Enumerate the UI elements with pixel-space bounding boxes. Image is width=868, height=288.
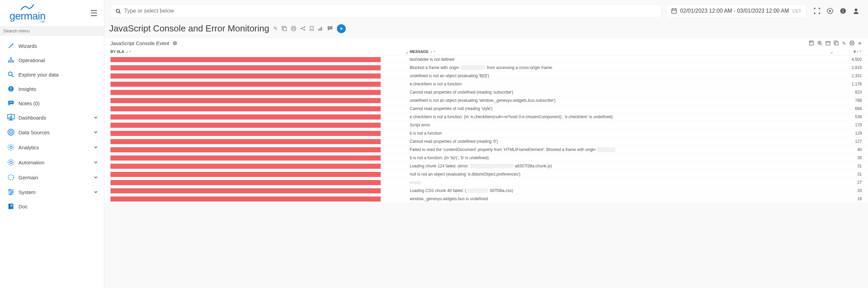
sidebar-item-label: Dashboards bbox=[18, 115, 46, 121]
column-resize-handle[interactable]: ◢ bbox=[830, 51, 832, 54]
sidebar-item-explore-your-data[interactable]: Explore your data bbox=[0, 67, 104, 82]
panel-print-icon[interactable] bbox=[850, 41, 854, 46]
sla-cell bbox=[110, 138, 410, 144]
brand-sub: UX bbox=[40, 20, 45, 23]
chevron-down-icon bbox=[94, 160, 98, 164]
sidebar-item-automation[interactable]: Automation bbox=[0, 155, 104, 170]
svg-point-2 bbox=[8, 61, 10, 63]
table-row[interactable]: e.checkItem is not a function. (In 'e.ch… bbox=[104, 113, 868, 121]
table-row[interactable]: Loading chunk 124 failed. (error: a6307f… bbox=[104, 162, 868, 170]
table-row[interactable]: Cannot read properties of undefined (rea… bbox=[104, 137, 868, 146]
count-cell: 170 bbox=[834, 123, 862, 127]
column-resize-handle[interactable]: ◢ bbox=[405, 51, 408, 54]
svg-point-44 bbox=[12, 191, 13, 193]
sidebar-search[interactable] bbox=[0, 26, 104, 36]
bars-icon[interactable] bbox=[318, 26, 323, 31]
table-row[interactable]: Failed to read the 'contentDocument' pro… bbox=[104, 146, 868, 154]
redacted-text bbox=[460, 65, 485, 70]
redacted-text bbox=[470, 164, 514, 168]
comment-icon[interactable] bbox=[327, 26, 333, 31]
sidebar-item-analytics[interactable]: Analytics bbox=[0, 140, 104, 155]
table-row[interactable]: empty27 bbox=[104, 178, 868, 187]
svg-rect-87 bbox=[826, 41, 830, 45]
sla-cell bbox=[110, 179, 410, 185]
sidebar-item-germain[interactable]: Germain bbox=[0, 170, 104, 185]
bookmark-icon[interactable] bbox=[310, 26, 314, 31]
svg-rect-13 bbox=[8, 114, 14, 119]
table-row[interactable]: Loading CSS chunk 40 failed. ( 307f38a.c… bbox=[104, 187, 868, 195]
edit-icon[interactable]: ✎ bbox=[273, 25, 278, 32]
zoom-icon[interactable] bbox=[817, 41, 822, 46]
fullscreen-icon[interactable] bbox=[814, 8, 820, 14]
table-row[interactable]: e.checkItem is not a function1,176 bbox=[104, 80, 868, 88]
svg-line-39 bbox=[9, 164, 9, 165]
sidebar-toggle-icon[interactable]: ☰ bbox=[90, 9, 98, 18]
sla-cell bbox=[110, 171, 410, 177]
svg-rect-53 bbox=[672, 9, 676, 13]
svg-point-78 bbox=[331, 28, 331, 28]
share-icon[interactable] bbox=[300, 26, 305, 31]
col-sla-label[interactable]: BY SLA bbox=[110, 50, 124, 54]
svg-rect-8 bbox=[11, 87, 11, 90]
copy-icon[interactable] bbox=[282, 26, 287, 31]
table-row[interactable]: window._genesys.widgets.bus is undefined… bbox=[104, 195, 868, 203]
sidebar-item-data-sources[interactable]: Data Sources bbox=[0, 125, 104, 140]
panel-close-icon[interactable]: ✕ bbox=[858, 41, 862, 46]
table-row[interactable]: null is not an object (evaluating 'e.did… bbox=[104, 170, 868, 178]
magic-wand-icon bbox=[6, 42, 16, 49]
sort-icon[interactable]: ▲▼ bbox=[856, 50, 862, 54]
table-row[interactable]: Cannot read properties of undefined (rea… bbox=[104, 88, 868, 96]
sort-icon[interactable]: ▲▼ bbox=[126, 50, 132, 53]
svg-rect-16 bbox=[9, 117, 10, 118]
sidebar-item-dashboards[interactable]: Dashboards bbox=[0, 110, 104, 125]
table-row[interactable]: Blocked a frame with origin from accessi… bbox=[104, 64, 868, 72]
col-message-label[interactable]: MESSAGE bbox=[410, 50, 429, 54]
table-row[interactable]: undefined is not an object (evaluating '… bbox=[104, 72, 868, 80]
table-row[interactable]: b is not a function129 bbox=[104, 129, 868, 137]
sla-bar bbox=[110, 114, 381, 120]
sla-bar bbox=[110, 73, 381, 79]
sort-icon[interactable]: ▲▼ bbox=[430, 50, 436, 53]
sidebar-item-insights[interactable]: Insights bbox=[0, 82, 104, 96]
table-row[interactable]: b is not a function. (In 'b(r)', 'b' is … bbox=[104, 154, 868, 162]
sidebar-item-label: Wizards bbox=[18, 43, 37, 49]
redacted-text bbox=[468, 188, 488, 193]
count-cell: 129 bbox=[834, 131, 862, 136]
add-button[interactable]: + bbox=[337, 24, 346, 33]
panel-copy-icon[interactable] bbox=[834, 41, 839, 46]
play-icon[interactable] bbox=[827, 8, 833, 14]
sla-bar bbox=[110, 196, 381, 202]
date-range-picker[interactable]: 02/01/2023 12:00 AM - 03/01/2023 12:00 A… bbox=[666, 4, 806, 18]
global-search[interactable] bbox=[110, 4, 661, 18]
save-icon[interactable] bbox=[809, 41, 814, 46]
svg-point-42 bbox=[9, 189, 11, 191]
sidebar-item-operational[interactable]: Operational bbox=[0, 53, 104, 67]
print-icon[interactable] bbox=[291, 26, 296, 31]
message-cell: testValider is not defined bbox=[410, 57, 834, 62]
table-row[interactable]: Script error.170 bbox=[104, 121, 868, 129]
svg-line-71 bbox=[302, 27, 304, 28]
sla-bar bbox=[110, 90, 381, 95]
sla-cell bbox=[110, 89, 410, 95]
message-cell: window._genesys.widgets.bus is undefined bbox=[410, 196, 834, 201]
sidebar-item-system[interactable]: System bbox=[0, 185, 104, 199]
sidebar-item-doc[interactable]: Doc bbox=[0, 199, 104, 214]
panel-edit-icon[interactable]: ✎ bbox=[842, 41, 846, 46]
table-row[interactable]: Cannot read properties of null (reading … bbox=[104, 105, 868, 113]
info-icon[interactable] bbox=[840, 8, 846, 14]
panel-info-icon[interactable] bbox=[173, 41, 177, 45]
svg-rect-74 bbox=[320, 28, 321, 31]
chevron-down-icon bbox=[94, 130, 98, 134]
svg-line-0 bbox=[9, 44, 12, 48]
user-icon[interactable] bbox=[853, 8, 859, 14]
sidebar-item-notes-0-[interactable]: Notes (0) bbox=[0, 96, 104, 110]
svg-rect-14 bbox=[10, 119, 12, 120]
sidebar-item-wizards[interactable]: Wizards bbox=[0, 39, 104, 53]
table-row[interactable]: testValider is not defined4,502 bbox=[104, 55, 868, 64]
table-row[interactable]: undefined is not an object (evaluating '… bbox=[104, 96, 868, 105]
sidebar-item-label: Automation bbox=[18, 160, 44, 165]
sidebar-search-input[interactable] bbox=[3, 28, 101, 33]
svg-rect-61 bbox=[843, 11, 843, 13]
panel-calendar-icon[interactable] bbox=[826, 41, 830, 46]
global-search-input[interactable] bbox=[124, 8, 656, 14]
